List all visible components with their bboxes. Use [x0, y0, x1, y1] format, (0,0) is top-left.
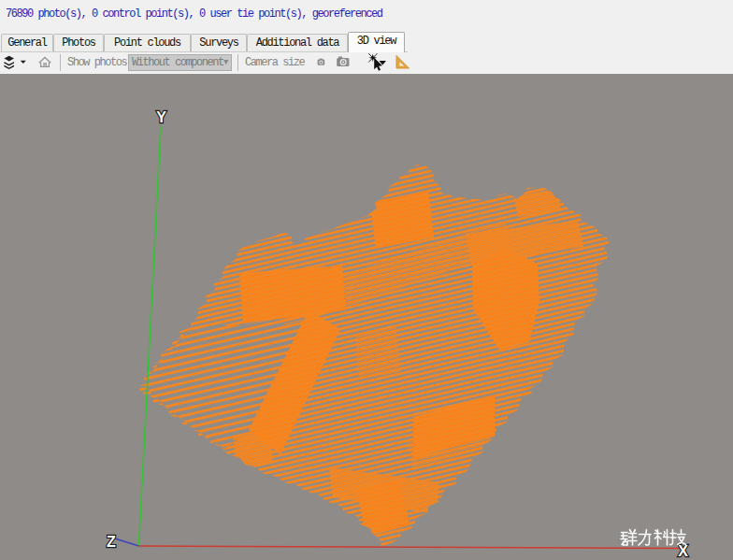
svg-text:X: X [678, 543, 688, 559]
svg-text:Z: Z [107, 534, 116, 550]
svg-text:Y: Y [156, 109, 166, 125]
